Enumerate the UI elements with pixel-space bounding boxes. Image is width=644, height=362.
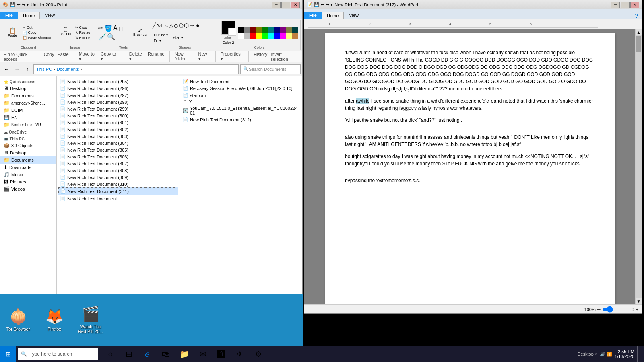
rotate-button[interactable]: ↻ Rotate xyxy=(74,35,92,40)
rename-btn[interactable]: Rename xyxy=(148,51,165,62)
paint-minimize-btn[interactable]: ─ xyxy=(272,2,281,8)
color-black[interactable] xyxy=(238,27,244,33)
wp-redo-btn[interactable]: ↪ xyxy=(326,2,329,7)
file-item[interactable]: 📄New Rich Text Document (297) xyxy=(58,92,178,99)
color-cyan[interactable] xyxy=(268,33,274,39)
color-yellow[interactable] xyxy=(256,33,262,39)
move-to-btn[interactable]: Move to ▾ xyxy=(79,51,98,62)
magnifier-tool[interactable]: 🔍 xyxy=(107,33,115,41)
fill-btn[interactable]: Fill ▾ xyxy=(153,38,169,43)
crop-button[interactable]: ✂ Crop xyxy=(74,25,92,30)
properties-btn[interactable]: Properties ▾ xyxy=(221,51,244,62)
sidebar-americavr[interactable]: 📁americavr-Sheric... xyxy=(0,99,56,107)
wp-scroll-track[interactable] xyxy=(636,35,642,298)
pentagon-shape[interactable]: ⬠ xyxy=(179,22,184,29)
redo-qa-btn[interactable]: ↪ xyxy=(22,2,25,7)
taskbar-store[interactable]: 🛍 xyxy=(157,346,175,362)
wp-scroll-up[interactable]: ▲ xyxy=(636,29,642,35)
file-item[interactable]: 📄New Rich Text Document (296) xyxy=(58,85,178,92)
firefox-icon[interactable]: 🦊 Firefox xyxy=(40,308,68,331)
file-item[interactable]: 📄New Rich Text Document (307) xyxy=(58,160,178,167)
taskbar-explorer[interactable]: 📁 xyxy=(175,346,193,362)
taskbar-tripadvisor[interactable]: ✈ xyxy=(231,346,249,362)
color-olive[interactable] xyxy=(256,27,262,33)
file-item[interactable]: 📄New Rich Text Document (295) xyxy=(58,78,178,85)
file-item[interactable]: 📄New Rich Text Document (302) xyxy=(58,126,178,133)
file-starburn[interactable]: 📄starburn xyxy=(181,92,301,99)
paint-home-tab[interactable]: Home xyxy=(18,12,40,19)
size-btn[interactable]: Size ▾ xyxy=(172,35,184,40)
sidebar-desktop[interactable]: 🖥Desktop xyxy=(0,85,56,92)
new-item-btn[interactable]: New ▾ xyxy=(198,51,211,62)
file-y[interactable]: 🗒Y xyxy=(181,99,301,105)
forward-btn[interactable]: → xyxy=(12,65,21,74)
wp-maximize-btn[interactable]: □ xyxy=(621,2,630,8)
file-item[interactable]: 📄New Rich Text Document (308) xyxy=(58,167,178,174)
paste-org-btn[interactable]: Paste xyxy=(57,52,68,62)
file-item[interactable]: 📄New Rich Text Document (298) xyxy=(58,99,178,105)
file-item[interactable]: 📄New Rich Text Document (304) xyxy=(58,140,178,146)
file-item[interactable]: 📄New Rich Text Document (309) xyxy=(58,174,178,181)
zoom-slider[interactable] xyxy=(602,306,634,313)
wp-file-tab[interactable]: File xyxy=(304,12,322,19)
sidebar-desktop2[interactable]: 🖥Desktop xyxy=(0,149,56,156)
star-shape[interactable]: ★ xyxy=(195,22,200,29)
file-recovery[interactable]: 📄Recovery Session File # Wed, 08-Jun-201… xyxy=(181,85,301,92)
file-item[interactable]: 📄New Rich Text Document (310) xyxy=(58,181,178,187)
resize-button[interactable]: ⤡ Resize xyxy=(74,30,92,35)
wp-help-btn[interactable]: ? xyxy=(635,12,638,19)
file-312[interactable]: 📄New Rich Text Document (312) xyxy=(181,116,301,123)
file-youcam[interactable]: 💽YouCam_7.0.1511.0_Essential_Essential_Y… xyxy=(181,105,301,116)
taskbar-task-view[interactable]: ⊟ xyxy=(120,346,138,362)
color-gray[interactable] xyxy=(244,27,250,33)
color-navy[interactable] xyxy=(274,27,280,33)
hex-shape[interactable]: ⬡ xyxy=(184,22,189,29)
wp-home-tab[interactable]: Home xyxy=(322,12,344,19)
color-purple[interactable] xyxy=(280,27,286,33)
wp-minimize-btn[interactable]: ─ xyxy=(611,2,620,8)
file-item-selected[interactable]: 📄New Rich Text Document (311) xyxy=(58,187,178,195)
save-qa-btn[interactable]: 💾 xyxy=(10,2,16,7)
taskbar-amazon[interactable]: 🅰 xyxy=(213,346,230,362)
qa-dropdown[interactable]: ▾ xyxy=(27,2,29,7)
invert-selection-btn[interactable]: Invert selection xyxy=(270,52,299,62)
wp-view-tab[interactable]: View xyxy=(344,11,364,19)
file-new-text[interactable]: 📝New Text Document xyxy=(181,78,301,85)
taskbar-mail[interactable]: ✉ xyxy=(194,346,212,362)
pin-to-quick-btn[interactable]: Pin to Quick access xyxy=(4,52,41,62)
file-item[interactable]: 📄New Rich Text Document (301) xyxy=(58,119,178,126)
eraser-tool[interactable]: ◻ xyxy=(118,25,124,32)
up-btn[interactable]: ↑ xyxy=(23,65,32,74)
select-button[interactable]: ⬚ Select xyxy=(59,25,73,40)
color-darkteal[interactable] xyxy=(292,27,298,33)
file-item[interactable]: 📄New Rich Text Document (306) xyxy=(58,153,178,160)
file-item[interactable]: 📄New Rich Text Document (303) xyxy=(58,133,178,140)
watch-redpill-icon[interactable]: 🎬 Watch The Red Pill 20... xyxy=(76,306,105,334)
delete-btn[interactable]: Delete ▾ xyxy=(129,51,144,62)
paste-shortcut-button[interactable]: 📋 Paste shortcut xyxy=(21,35,52,40)
sidebar-fv[interactable]: 💾F:\ xyxy=(0,114,56,121)
file-item[interactable]: 📄New Rich Text Document (300) xyxy=(58,112,178,119)
color-silver[interactable] xyxy=(244,33,250,39)
sidebar-music[interactable]: 🎵Music xyxy=(0,171,56,178)
diamond-shape[interactable]: ◇ xyxy=(174,22,178,29)
new-folder-btn[interactable]: New folder xyxy=(175,51,195,62)
file-item[interactable]: 📄New Rich Text Document xyxy=(58,195,178,202)
paint-view-tab[interactable]: View xyxy=(40,11,60,19)
taskbar-search[interactable]: 🔍 Type here to search xyxy=(18,348,98,360)
outline-btn[interactable]: Outline ▾ xyxy=(153,33,169,37)
color-green[interactable] xyxy=(262,27,268,33)
color-brown[interactable] xyxy=(292,33,298,39)
file-item[interactable]: 📄New Rich Text Document (305) xyxy=(58,146,178,153)
start-button[interactable]: ⊞ xyxy=(0,346,16,362)
triangle-shape[interactable]: △ xyxy=(169,22,173,29)
color-darkred[interactable] xyxy=(250,27,256,33)
address-bar[interactable]: This PC › Documents › xyxy=(33,64,239,74)
address-documents[interactable]: Documents xyxy=(57,67,79,72)
color-teal[interactable] xyxy=(268,27,274,33)
sidebar-pictures[interactable]: 🖼Pictures xyxy=(0,178,56,185)
paint-maximize-btn[interactable]: □ xyxy=(281,2,290,8)
fill-tool[interactable]: 🪣 xyxy=(104,25,112,32)
back-btn[interactable]: ← xyxy=(2,65,11,74)
cut-button[interactable]: ✂ PasteCut xyxy=(21,25,52,30)
